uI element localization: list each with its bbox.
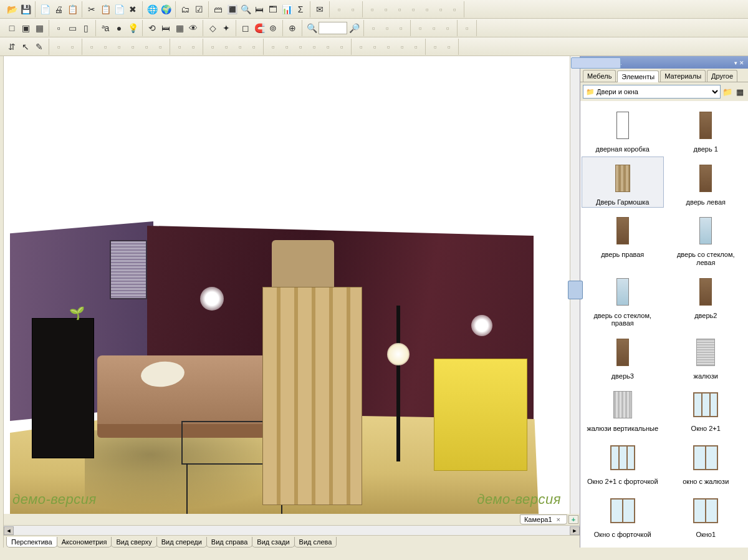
toolbar-button[interactable]: ▫ [52, 21, 65, 35]
panel-tab[interactable]: Элементы [617, 70, 659, 82]
toolbar-button[interactable]: 🧲 [252, 21, 266, 35]
toolbar-button[interactable]: ▦ [173, 21, 186, 35]
library-item[interactable]: дверь левая [665, 157, 747, 208]
toolbar-button[interactable]: ✂ [85, 2, 98, 16]
toolbar-button[interactable]: ◻ [239, 21, 252, 35]
library-item[interactable]: дверь со стеклом, левая [665, 209, 747, 268]
viewport-splitter[interactable] [568, 281, 583, 299]
view-tab[interactable]: Вид справа [206, 537, 253, 548]
toolbar-button: ▫ [442, 40, 456, 54]
toolbar-button[interactable]: 📄 [112, 2, 126, 16]
thumbnail-icon [681, 334, 731, 371]
scroll-right-icon[interactable]: ► [570, 526, 580, 535]
toolbar-button[interactable]: ▦ [32, 21, 46, 35]
toolbar-button[interactable]: ✎ [32, 40, 46, 54]
toolbar-button[interactable]: 📋 [65, 2, 79, 16]
library-item-label: дверь2 [694, 312, 717, 320]
panel-close-icon[interactable]: ✕ [739, 60, 744, 66]
camera-tab[interactable]: Камера1 × [520, 514, 567, 524]
thumbnail-icon [681, 107, 731, 144]
panel-dropdown-icon[interactable]: ▾ [734, 60, 737, 66]
toolbar-button[interactable]: ▯ [79, 21, 93, 35]
vertical-scrollbar[interactable] [570, 56, 580, 514]
toolbar-button[interactable]: Σ [294, 2, 307, 16]
toolbar-button[interactable]: ● [112, 21, 126, 35]
toolbar-button: ▫ [460, 21, 474, 35]
view-tab[interactable]: Аксонометрия [57, 537, 112, 548]
view-tab[interactable]: Вид спереди [156, 537, 207, 548]
toolbar-button[interactable]: ⊚ [266, 21, 280, 35]
toolbar-button[interactable]: 💾 [19, 2, 32, 16]
library-item-label: дверь3 [611, 372, 634, 380]
panel-tab[interactable]: Материалы [660, 70, 706, 82]
library-item[interactable]: жалюзи [665, 331, 747, 382]
library-item[interactable]: Окно 2+1 с форточкой [582, 436, 664, 488]
view-tab[interactable]: Перспектива [6, 537, 57, 548]
toolbar-button[interactable]: 🔍 [305, 21, 319, 35]
toolbar-button[interactable]: 💡 [126, 21, 140, 35]
toolbar-button[interactable]: 🛏 [252, 2, 266, 16]
view-tab[interactable]: Вид сверху [111, 537, 156, 548]
toolbar-button[interactable]: ☑ [192, 2, 206, 16]
toolbar-button[interactable]: ▭ [65, 21, 79, 35]
3d-viewport[interactable]: 🌱 демо-версия демо-версия [4, 56, 570, 514]
camera-tabs: Камера1 × + [4, 514, 580, 525]
toolbar-button[interactable]: ↖ [19, 40, 32, 54]
close-icon[interactable]: × [554, 516, 563, 523]
toolbar-button[interactable]: 🔳 [225, 2, 239, 16]
view-tab[interactable]: Вид слева [294, 537, 337, 548]
toolbar-button[interactable]: 📂 [5, 2, 19, 16]
library-item[interactable]: дверь 1 [665, 104, 747, 155]
library-item[interactable]: Окно 2+1 [665, 383, 747, 435]
toolbar-button[interactable]: ▣ [19, 21, 32, 35]
toolbar-button[interactable]: 👁 [186, 21, 200, 35]
toolbar-button[interactable]: ᵃa [98, 21, 112, 35]
toolbar-button[interactable]: 🗔 [266, 2, 280, 16]
add-camera-button[interactable]: + [568, 515, 578, 524]
toolbar-button[interactable]: 🖨 [52, 2, 65, 16]
scroll-left-icon[interactable]: ◄ [4, 526, 14, 535]
library-item[interactable]: жалюзи вертикальные [582, 383, 664, 435]
toolbar-button[interactable]: 🔍 [239, 2, 252, 16]
toolbar-button: ▫ [266, 40, 280, 54]
panel-tab[interactable]: Мебель [583, 70, 616, 82]
toolbar-button[interactable]: 🔎 [347, 21, 361, 35]
toolbar-button[interactable]: 📄 [38, 2, 52, 16]
toolbar-input[interactable] [319, 22, 347, 34]
toolbar-button[interactable]: ⟲ [145, 21, 159, 35]
toolbar-button[interactable]: 📋 [98, 2, 112, 16]
view-mode-icon[interactable]: ▦ [734, 85, 746, 98]
horizontal-scrollbar[interactable]: ◄ ► [4, 525, 580, 535]
library-item[interactable]: Окно1 [665, 489, 747, 541]
toolbar-button[interactable]: □ [5, 21, 19, 35]
toolbar-button[interactable]: ⊕ [285, 21, 299, 35]
library-item[interactable]: Окно с форточкой [582, 489, 664, 541]
library-item[interactable]: дверь2 [665, 270, 747, 329]
toolbar-button[interactable]: ◇ [206, 21, 219, 35]
toolbar-button[interactable]: 🗃 [211, 2, 225, 16]
panel-tab[interactable]: Другое [707, 70, 737, 82]
toolbar-button[interactable]: 📊 [280, 2, 294, 16]
toolbar-button[interactable]: ⇵ [5, 40, 19, 54]
library-panel: Библиотека ▾ ✕ МебельЭлементыМатериалыДр… [580, 56, 748, 548]
toolbar-button: ▫ [219, 40, 233, 54]
toolbar-button[interactable]: 🌍 [159, 2, 173, 16]
library-item-label: Окно с форточкой [594, 531, 651, 539]
library-item[interactable]: дверь со стеклом, правая [582, 270, 664, 329]
library-item[interactable]: дверная коробка [582, 104, 664, 155]
library-item-label: Окно 2+1 [691, 425, 721, 433]
library-item[interactable]: дверь правая [582, 209, 664, 268]
view-tab[interactable]: Вид сзади [252, 537, 294, 548]
toolbar-button[interactable]: 🌐 [145, 2, 159, 16]
toolbar-button[interactable]: 🗂 [178, 2, 192, 16]
library-item[interactable]: дверь3 [582, 331, 664, 382]
toolbar-button[interactable]: ✦ [219, 21, 233, 35]
toolbar-button[interactable]: ✖ [126, 2, 140, 16]
library-item[interactable]: Дверь Гармошка [582, 157, 664, 208]
toolbar-button[interactable]: ✉ [313, 2, 327, 16]
category-select[interactable]: 📁 Двери и окна [583, 85, 721, 99]
window-blind [110, 240, 147, 299]
toolbar-button[interactable]: 🛏 [159, 21, 173, 35]
up-folder-icon[interactable]: 📁 [722, 85, 733, 98]
library-item[interactable]: окно с жалюзи [665, 436, 747, 488]
